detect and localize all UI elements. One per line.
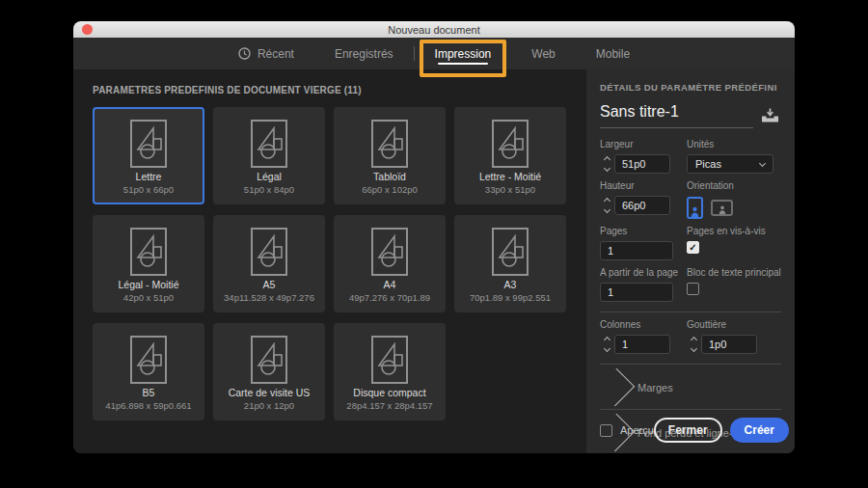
title-bar: Nouveau document (73, 21, 795, 38)
tab-enregistres[interactable]: Enregistrés (314, 38, 414, 69)
preset-card-b5[interactable]: B5 41p6.898 x 59p0.661 (93, 323, 204, 420)
preset-name: Lettre (136, 171, 162, 182)
blank-document-icon (130, 228, 167, 276)
blank-document-icon (492, 228, 529, 276)
width-label: Largeur (600, 139, 687, 149)
clock-icon (238, 47, 251, 60)
columns-label: Colonnes (600, 319, 687, 330)
width-input[interactable] (614, 154, 670, 174)
primary-text-checkbox[interactable] (687, 283, 699, 295)
presets-panel: PARAMETRES PREDEFINIS DE DOCUMENT VIERGE… (73, 69, 586, 453)
preset-card-carte-de-visite-us[interactable]: Carte de visite US 21p0 x 12p0 (213, 323, 325, 420)
pages-label: Pages (600, 226, 687, 236)
tab-web[interactable]: Web (511, 38, 575, 69)
preset-dimensions: 33p0 x 51p0 (485, 184, 535, 195)
preset-card-a4[interactable]: A4 49p7.276 x 70p1.89 (334, 215, 446, 312)
preset-name: Légal (257, 171, 282, 182)
preset-dimensions: 51p0 x 84p0 (244, 184, 294, 195)
chevron-right-icon (597, 368, 636, 407)
dialog-content: PARAMETRES PREDEFINIS DE DOCUMENT VIERGE… (73, 69, 795, 453)
preset-dimensions: 42p0 x 51p0 (123, 292, 174, 303)
preset-card-lettre-moitie[interactable]: Lettre - Moitié 33p0 x 51p0 (454, 107, 566, 204)
preset-name: A4 (384, 279, 396, 290)
impression-highlight-box (420, 40, 507, 77)
blank-document-icon (251, 120, 287, 168)
preset-dimensions: 34p11.528 x 49p7.276 (224, 292, 314, 303)
tab-recent[interactable]: Récent (218, 38, 314, 69)
gutter-label: Gouttière (687, 319, 781, 330)
start-page-input[interactable] (600, 283, 673, 302)
units-dropdown[interactable]: Picas (687, 154, 773, 174)
tab-impression[interactable]: Impression (415, 38, 512, 69)
height-label: Hauteur (600, 180, 687, 191)
preset-name: Disque compact (353, 387, 425, 398)
preset-dimensions: 66p0 x 102p0 (362, 184, 418, 195)
preview-label: Aperçu (620, 424, 654, 436)
preset-dimensions: 21p0 x 12p0 (244, 400, 294, 411)
units-label: Unités (687, 139, 781, 149)
width-stepper[interactable] (600, 157, 614, 171)
preset-dimensions: 41p6.898 x 59p0.661 (105, 400, 191, 411)
orientation-landscape-icon[interactable] (711, 200, 733, 216)
orientation-portrait-icon[interactable] (687, 197, 703, 219)
details-header: DÉTAILS DU PARAMÈTRE PRÉDÉFINI (600, 82, 781, 93)
preset-card-a5[interactable]: A5 34p11.528 x 49p7.276 (213, 215, 325, 312)
window-title: Nouveau document (388, 24, 479, 36)
margins-section-toggle[interactable]: Marges (600, 365, 781, 409)
preset-card-legal-moitie[interactable]: Légal - Moitié 42p0 x 51p0 (93, 215, 204, 312)
primary-text-label: Bloc de texte principal (687, 267, 781, 278)
preset-card-tabloid[interactable]: Tabloïd 66p0 x 102p0 (334, 107, 446, 204)
preset-dimensions: 51p0 x 66p0 (123, 184, 174, 195)
save-preset-icon[interactable] (761, 108, 779, 122)
blank-document-icon (251, 228, 287, 276)
height-stepper[interactable] (600, 199, 614, 212)
blank-document-icon (130, 336, 167, 384)
columns-stepper[interactable] (600, 338, 614, 351)
orientation-label: Orientation (687, 180, 781, 191)
chevron-down-icon (759, 159, 766, 166)
create-button[interactable]: Créer (730, 418, 789, 443)
facing-pages-label: Pages en vis-à-vis (687, 226, 781, 236)
details-panel: DÉTAILS DU PARAMÈTRE PRÉDÉFINI Sans titr… (586, 69, 795, 453)
columns-input[interactable] (614, 335, 670, 354)
dialog-footer: Aperçu Fermer Créer (600, 418, 782, 443)
tab-bar: RécentEnregistrésImpressionWebMobile (73, 38, 795, 69)
close-button[interactable]: Fermer (654, 418, 722, 443)
preset-name: Légal - Moitié (118, 279, 178, 290)
document-name-field[interactable]: Sans titre-1 (600, 103, 753, 128)
preview-checkbox[interactable] (600, 424, 612, 437)
tab-mobile[interactable]: Mobile (576, 38, 650, 69)
preset-card-a3[interactable]: A3 70p1.89 x 99p2.551 (454, 215, 566, 312)
preset-name: Carte de visite US (229, 387, 311, 398)
preset-card-lettre[interactable]: Lettre 51p0 x 66p0 (93, 107, 204, 204)
facing-pages-checkbox[interactable]: ✓ (687, 241, 699, 254)
blank-document-icon (492, 120, 529, 168)
close-window-button[interactable] (82, 24, 93, 35)
gutter-stepper[interactable] (687, 338, 701, 351)
preset-card-disque-compact[interactable]: Disque compact 28p4.157 x 28p4.157 (334, 323, 446, 420)
blank-document-icon (371, 228, 408, 276)
new-document-dialog: Nouveau document RécentEnregistrésImpres… (73, 21, 795, 453)
preset-name: A3 (504, 279, 517, 290)
preset-card-legal[interactable]: Légal 51p0 x 84p0 (213, 107, 325, 204)
preset-dimensions: 70p1.89 x 99p2.551 (470, 292, 551, 303)
presets-grid: Lettre 51p0 x 66p0 Légal 51p0 x 84p0 Tab… (93, 107, 577, 420)
preset-name: Lettre - Moitié (479, 171, 541, 182)
preset-dimensions: 28p4.157 x 28p4.157 (346, 400, 432, 411)
blank-document-icon (130, 120, 167, 168)
blank-document-icon (371, 336, 408, 384)
preset-name: Tabloïd (373, 171, 406, 182)
blank-document-icon (371, 120, 408, 168)
preset-name: B5 (143, 387, 155, 398)
presets-header: PARAMETRES PREDEFINIS DE DOCUMENT VIERGE… (93, 85, 577, 95)
gutter-input[interactable] (701, 335, 757, 354)
start-page-label: A partir de la page (600, 267, 687, 278)
height-input[interactable] (614, 196, 670, 215)
pages-input[interactable] (600, 241, 673, 260)
blank-document-icon (251, 336, 287, 384)
preset-name: A5 (263, 279, 276, 290)
preset-dimensions: 49p7.276 x 70p1.89 (349, 292, 430, 303)
